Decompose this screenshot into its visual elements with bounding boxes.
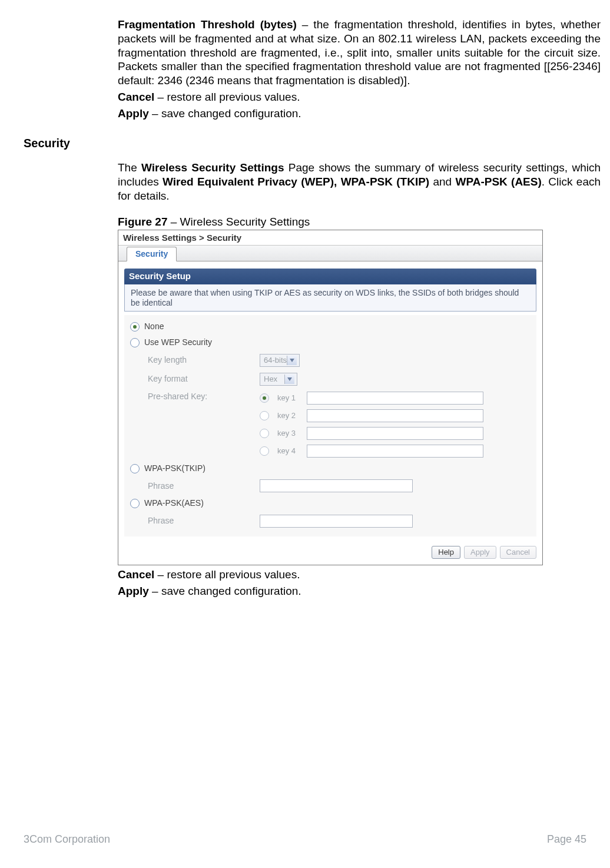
apply-button[interactable]: Apply (464, 546, 496, 559)
section-heading-security: Security (24, 137, 586, 150)
intro-pre: The (118, 161, 141, 174)
select-keyfmt[interactable]: Hex (260, 373, 297, 386)
term-apply-top: Apply (118, 107, 149, 120)
input-key3[interactable] (307, 427, 483, 440)
opt-tkip-row[interactable]: WPA-PSK(TKIP) (124, 460, 536, 477)
label-keylen: Key length (148, 355, 260, 366)
key-row-1: key 1 (260, 392, 483, 405)
figure-label: Figure 27 (118, 216, 167, 228)
text-cancel-bottom: – restore all previous values. (154, 568, 300, 581)
key-row-3: key 3 (260, 427, 483, 440)
opt-none-label: None (144, 322, 164, 332)
radio-aes[interactable] (130, 499, 140, 508)
label-key2: key 2 (277, 411, 303, 420)
para-cancel-bottom: Cancel – restore all previous values. (118, 568, 601, 582)
panel-note: Please be aware that when using TKIP or … (124, 284, 536, 312)
label-key1: key 1 (277, 393, 303, 403)
text-cancel-top: – restore all previous values. (154, 91, 300, 103)
label-aes-phrase: Phrase (148, 516, 260, 526)
footer-left: 3Com Corporation (24, 833, 110, 846)
input-tkip-phrase[interactable] (260, 479, 413, 492)
radio-key2[interactable] (260, 411, 269, 420)
term-cancel-bottom: Cancel (118, 568, 154, 581)
panel-title: Security Setup (124, 269, 536, 284)
cancel-button[interactable]: Cancel (500, 546, 536, 559)
input-aes-phrase[interactable] (260, 515, 413, 528)
form-area: None Use WEP Security Key length 64-bits (124, 315, 536, 536)
intro-b1: Wireless Security Settings (141, 161, 284, 174)
row-keyfmt: Key format Hex (124, 370, 536, 389)
intro-b3: WPA-PSK (AES) (455, 175, 541, 188)
chevron-down-icon (287, 356, 297, 365)
input-key2[interactable] (307, 409, 483, 422)
para-fragmentation: Fragmentation Threshold (bytes) – the fr… (118, 18, 601, 88)
term-apply-bottom: Apply (118, 585, 149, 597)
para-apply-top: Apply – save changed configuration. (118, 107, 601, 121)
term-cancel-top: Cancel (118, 91, 154, 103)
row-psk: Pre-shared Key: key 1 key 2 (124, 389, 536, 460)
opt-none-row[interactable]: None (124, 319, 536, 335)
tab-security[interactable]: Security (127, 247, 177, 262)
key-row-2: key 2 (260, 409, 483, 422)
opt-tkip-label: WPA-PSK(TKIP) (144, 463, 205, 474)
intro-b2: Wired Equivalent Privacy (WEP), WPA-PSK … (163, 175, 429, 188)
breadcrumb: Wireless Settings > Security (118, 230, 542, 245)
footer-right: Page 45 (547, 833, 586, 846)
radio-none[interactable] (130, 322, 140, 332)
opt-wep-label: Use WEP Security (144, 337, 212, 348)
input-key4[interactable] (307, 445, 483, 458)
label-tkip-phrase: Phrase (148, 481, 260, 492)
radio-tkip[interactable] (130, 464, 140, 473)
radio-key1[interactable] (260, 393, 269, 403)
row-tkip-phrase: Phrase (124, 476, 536, 495)
chevron-down-icon (284, 375, 294, 384)
input-key1[interactable] (307, 392, 483, 405)
radio-key4[interactable] (260, 446, 269, 456)
opt-wep-row[interactable]: Use WEP Security (124, 334, 536, 351)
term-fragmentation: Fragmentation Threshold (bytes) (118, 18, 297, 31)
screenshot: Wireless Settings > Security Security Se… (118, 230, 543, 565)
figure-caption: Figure 27 – Wireless Security Settings (118, 215, 601, 229)
opt-aes-row[interactable]: WPA-PSK(AES) (124, 495, 536, 512)
label-key3: key 3 (277, 429, 303, 438)
radio-key3[interactable] (260, 429, 269, 438)
page: Fragmentation Threshold (bytes) – the fr… (0, 0, 610, 868)
help-button[interactable]: Help (432, 546, 460, 559)
page-footer: 3Com Corporation Page 45 (24, 833, 586, 846)
row-keylen: Key length 64-bits (124, 351, 536, 370)
row-aes-phrase: Phrase (124, 512, 536, 531)
figure-title: – Wireless Security Settings (167, 216, 310, 228)
body-column: Fragmentation Threshold (bytes) – the fr… (118, 18, 601, 120)
text-apply-top: – save changed configuration. (149, 107, 301, 120)
button-bar: Help Apply Cancel (118, 541, 542, 565)
opt-aes-label: WPA-PSK(AES) (144, 498, 204, 509)
radio-wep[interactable] (130, 338, 140, 347)
tab-row: Security (118, 245, 542, 261)
intro-mid2: and (429, 175, 455, 188)
key-row-4: key 4 (260, 445, 483, 458)
select-keyfmt-value: Hex (264, 375, 277, 384)
text-apply-bottom: – save changed configuration. (149, 585, 301, 597)
para-cancel-top: Cancel – restore all previous values. (118, 90, 601, 104)
label-keyfmt: Key format (148, 374, 260, 385)
select-keylen-value: 64-bits (264, 356, 287, 365)
para-apply-bottom: Apply – save changed configuration. (118, 584, 601, 598)
label-psk: Pre-shared Key: (148, 392, 260, 402)
select-keylen[interactable]: 64-bits (260, 354, 300, 367)
psk-keys: key 1 key 2 key 3 (260, 392, 483, 458)
label-key4: key 4 (277, 446, 303, 456)
body-column-2: The Wireless Security Settings Page show… (118, 161, 601, 598)
para-intro: The Wireless Security Settings Page show… (118, 161, 601, 203)
